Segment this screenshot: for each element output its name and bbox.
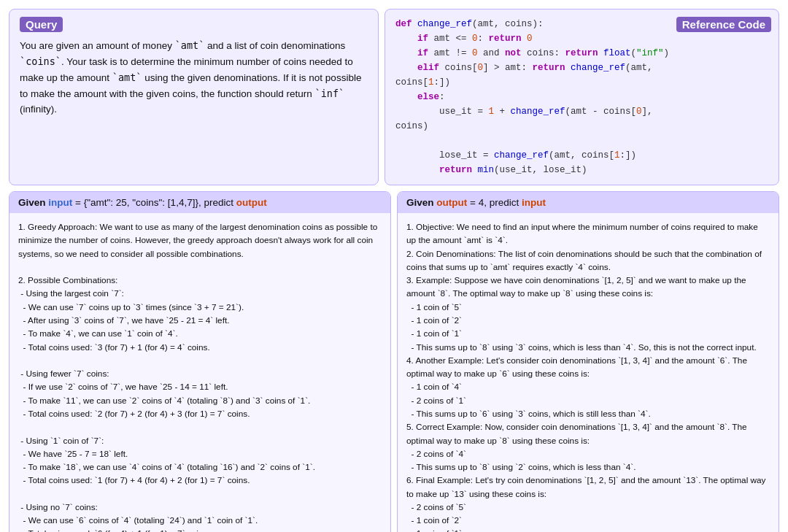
panel-left-body: 1. Greedy Approach: We want to use as ma… <box>9 213 390 532</box>
panel-right: Given output = 4, predict input 1. Objec… <box>397 191 779 532</box>
query-text: You are given an amount of money `amt` a… <box>20 38 368 117</box>
query-badge: Query <box>20 17 63 32</box>
refcode-badge: Reference Code <box>676 17 771 32</box>
panel-right-header: Given output = 4, predict input <box>398 192 779 213</box>
query-box: Query You are given an amount of money `… <box>9 9 379 185</box>
bottom-section: Given input = {"amt": 25, "coins": [1,4,… <box>9 191 779 532</box>
panel-left: Given input = {"amt": 25, "coins": [1,4,… <box>9 191 391 532</box>
ref-code-box: Reference Code def change_ref(amt, coins… <box>385 9 779 185</box>
code-block: def change_ref(amt, coins): if amt <= 0:… <box>395 17 768 177</box>
panel-left-header: Given input = {"amt": 25, "coins": [1,4,… <box>9 192 390 213</box>
top-section: Query You are given an amount of money `… <box>9 9 779 185</box>
panel-right-body: 1. Objective: We need to find an input w… <box>398 213 779 532</box>
main-container: Query You are given an amount of money `… <box>9 9 779 532</box>
